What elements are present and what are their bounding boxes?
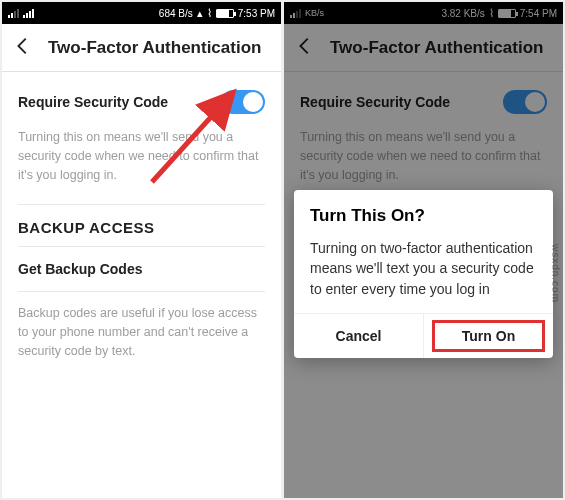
cancel-button[interactable]: Cancel: [294, 314, 424, 358]
highlight-box-icon: [432, 320, 545, 352]
toggle-switch[interactable]: [221, 90, 265, 114]
clock: 7:54 PM: [520, 8, 557, 19]
battery-icon: [498, 9, 516, 18]
battery-icon: [216, 9, 234, 18]
kb-icon: KB/s: [305, 8, 324, 18]
watermark: wsxdn.com: [550, 244, 561, 303]
app-header: Two-Factor Authentication: [2, 24, 281, 72]
page-title: Two-Factor Authentication: [48, 38, 261, 58]
clock: 7:53 PM: [238, 8, 275, 19]
section-backup-access: BACKUP ACCESS: [18, 204, 265, 247]
signal-icon: [290, 8, 301, 18]
toggle-label: Require Security Code: [300, 94, 450, 110]
phone-left: 684 B/s ▴ ⌇ 7:53 PM Two-Factor Authentic…: [2, 2, 281, 498]
wifi-icon: ⌇: [207, 7, 212, 20]
require-security-code-row[interactable]: Require Security Code: [18, 72, 265, 128]
toggle-switch[interactable]: [503, 90, 547, 114]
status-bar: 684 B/s ▴ ⌇ 7:53 PM: [2, 2, 281, 24]
wifi-icon: ▴: [197, 7, 203, 20]
get-backup-codes-link[interactable]: Get Backup Codes: [18, 247, 265, 292]
dialog-title: Turn This On?: [310, 206, 537, 226]
backup-description: Backup codes are useful if you lose acce…: [18, 292, 265, 380]
net-speed: 684 B/s: [159, 8, 193, 19]
dialog-body: Turning on two-factor authentication mea…: [310, 238, 537, 299]
net-speed: 3.82 KB/s: [441, 8, 484, 19]
confirm-dialog: Turn This On? Turning on two-factor auth…: [294, 190, 553, 358]
back-arrow-icon[interactable]: [294, 35, 316, 61]
wifi-icon: ⌇: [489, 7, 494, 20]
toggle-description: Turning this on means we'll send you a s…: [18, 128, 265, 204]
page-title: Two-Factor Authentication: [330, 38, 543, 58]
status-bar: KB/s 3.82 KB/s ⌇ 7:54 PM: [284, 2, 563, 24]
app-header: Two-Factor Authentication: [284, 24, 563, 72]
phone-right: KB/s 3.82 KB/s ⌇ 7:54 PM Two-Factor Auth…: [284, 2, 563, 498]
toggle-label: Require Security Code: [18, 94, 168, 110]
require-security-code-row[interactable]: Require Security Code: [300, 72, 547, 128]
signal-icon: [23, 8, 34, 18]
turn-on-button[interactable]: Turn On: [424, 314, 553, 358]
signal-icon: [8, 8, 19, 18]
back-arrow-icon[interactable]: [12, 35, 34, 61]
